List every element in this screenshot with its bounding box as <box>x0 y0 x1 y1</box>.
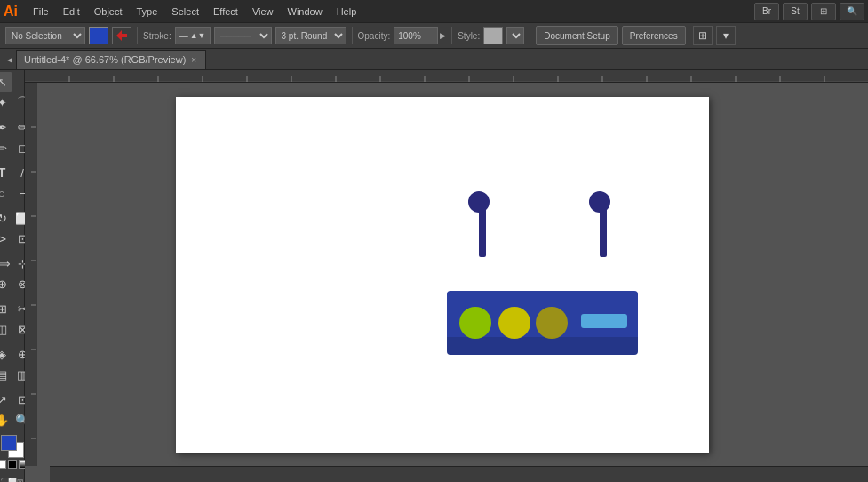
menu-edit[interactable]: Edit <box>57 4 86 19</box>
menu-window[interactable]: Window <box>282 4 329 19</box>
ellipse-tool[interactable]: ○ <box>0 183 12 203</box>
bridge-icon-btn[interactable]: Br <box>754 3 779 20</box>
main-area: ↖ ✦ ⌒ ✒ ✏ ✏ ◻ T / ○ ⌐ ↻ ⬜ ⊳ <box>0 70 868 482</box>
menu-file[interactable]: File <box>27 4 55 19</box>
pen-tool[interactable]: ✒ <box>0 117 12 137</box>
color-wells[interactable] <box>1 435 24 458</box>
svg-marker-0 <box>116 30 127 41</box>
horizontal-ruler <box>25 70 868 83</box>
style-label: Style: <box>458 31 480 41</box>
shape-builder-tool[interactable]: ⊕ <box>0 274 12 293</box>
router-illustration <box>447 204 651 355</box>
vertical-ruler <box>25 83 37 466</box>
antenna-left-pole <box>479 204 486 257</box>
more-options-icon[interactable]: ▾ <box>716 26 736 45</box>
menu-effect[interactable]: Effect <box>207 4 244 19</box>
router-dot-3 <box>536 307 568 339</box>
selection-dropdown[interactable]: No Selection <box>5 27 85 44</box>
rotate-tool[interactable]: ↻ <box>0 208 12 228</box>
draw-mode-inside[interactable]: ☒ <box>17 472 24 482</box>
tab-title: Untitled-4* @ 66.67% (RGB/Preview) <box>24 54 186 65</box>
canvas-area[interactable] <box>25 70 868 482</box>
menu-object[interactable]: Object <box>88 4 129 19</box>
ruler-ticks-v <box>25 83 37 466</box>
tab-scroll-left[interactable]: ◂ <box>4 53 16 66</box>
magic-wand-tool[interactable]: ✦ <box>0 92 12 112</box>
swap-fg-bg[interactable] <box>8 460 17 469</box>
sep3 <box>451 27 452 44</box>
dash-select[interactable]: ───── <box>214 27 272 44</box>
menu-view[interactable]: View <box>246 4 280 19</box>
view-mode-row: ⬛ ⬜ ☒ <box>1 472 24 482</box>
fill-color-box[interactable] <box>89 27 108 44</box>
menu-type[interactable]: Type <box>131 4 164 19</box>
color-mini-controls <box>0 460 28 469</box>
pencil-tool[interactable]: ✏ <box>0 138 12 157</box>
opacity-label: Opacity: <box>358 31 391 41</box>
router-body-shadow <box>447 337 638 355</box>
opacity-input[interactable] <box>394 27 438 44</box>
toolbox: ↖ ✦ ⌒ ✒ ✏ ✏ ◻ T / ○ ⌐ ↻ ⬜ ⊳ <box>0 70 25 482</box>
sep4 <box>530 27 530 44</box>
style-box[interactable] <box>483 27 503 44</box>
router-dot-2 <box>498 307 530 339</box>
type-tool[interactable]: T <box>0 163 12 182</box>
tabbar: ◂ Untitled-4* @ 66.67% (RGB/Preview) × <box>0 49 868 70</box>
column-chart-tool[interactable]: ▤ <box>0 365 12 384</box>
opacity-arrow[interactable]: ▶ <box>440 31 446 40</box>
foreground-color-well[interactable] <box>1 435 17 451</box>
opacity-control[interactable]: ▶ <box>394 27 446 44</box>
tab-close-btn[interactable]: × <box>191 55 196 65</box>
mirror-tool[interactable]: ⊳ <box>0 229 12 248</box>
hand-tool[interactable]: ✋ <box>0 410 12 430</box>
app-logo: Ai <box>4 4 18 20</box>
canvas-paper[interactable] <box>176 97 709 453</box>
workspace-icon-btn[interactable]: ⊞ <box>811 3 836 20</box>
width-tool[interactable]: ⟺ <box>0 253 12 273</box>
preferences-button[interactable]: Preferences <box>622 26 686 45</box>
blend-tool[interactable]: ◈ <box>0 344 12 364</box>
document-tab[interactable]: Untitled-4* @ 66.67% (RGB/Preview) × <box>16 50 206 69</box>
sep1 <box>137 27 138 44</box>
draw-mode-behind[interactable]: ⬜ <box>9 472 16 482</box>
stock-icon-btn[interactable]: St <box>783 3 808 20</box>
search-icon-btn[interactable]: 🔍 <box>840 3 864 20</box>
style-select[interactable]: ▾ <box>506 27 524 44</box>
round-select[interactable]: 3 pt. Round <box>275 27 346 44</box>
ruler-ticks-h <box>25 70 868 83</box>
toolbar: No Selection Stroke: — ▲▼ ───── 3 pt. Ro… <box>0 22 868 49</box>
draw-mode-normal[interactable]: ⬛ <box>1 472 8 482</box>
selection-tool[interactable]: ↖ <box>0 72 12 92</box>
menu-select[interactable]: Select <box>165 4 205 19</box>
router-dot-1 <box>459 307 491 339</box>
document-setup-button[interactable]: Document Setup <box>536 26 618 45</box>
slice-tool[interactable]: ⊞ <box>0 299 12 318</box>
statusbar <box>50 466 868 482</box>
stroke-weight-input[interactable]: — ▲▼ <box>175 27 211 44</box>
antenna-right-pole <box>600 204 607 257</box>
sep2 <box>352 27 353 44</box>
router-button-rect <box>581 314 627 328</box>
none-color[interactable] <box>0 460 6 469</box>
gradient-tool[interactable]: ◫ <box>0 319 12 339</box>
stroke-label: Stroke: <box>143 31 171 41</box>
menubar: Ai File Edit Object Type Select Effect V… <box>0 0 868 22</box>
router-body <box>447 291 638 355</box>
menu-help[interactable]: Help <box>330 4 363 19</box>
artboard-tool[interactable]: ↗ <box>0 390 12 409</box>
arrange-icon[interactable]: ⊞ <box>693 26 713 45</box>
swap-colors-btn[interactable] <box>112 27 131 44</box>
color-wells-area: ⬛ ⬜ ☒ ⬜ <box>0 435 28 482</box>
